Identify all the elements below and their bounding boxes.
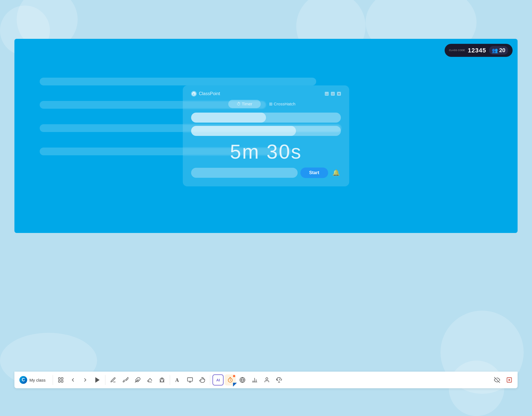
exit-button[interactable] <box>504 374 515 385</box>
svg-rect-3 <box>61 378 63 379</box>
ai-button[interactable]: AI <box>212 374 224 385</box>
bottom-toolbar: C My class <box>14 372 518 388</box>
participants-badge: 👥 20 <box>489 46 508 55</box>
pen-button[interactable] <box>108 374 119 385</box>
divider-4 <box>210 375 210 385</box>
minutes-slider-container <box>191 113 341 123</box>
play-button[interactable] <box>92 374 103 385</box>
eraser-button[interactable] <box>144 374 155 385</box>
slide-line-1 <box>40 78 316 85</box>
toolbar-class-name: My class <box>29 378 45 382</box>
svg-rect-12 <box>188 378 192 381</box>
shapes-button[interactable] <box>156 374 168 385</box>
bg-bubble-6 <box>449 361 504 416</box>
chart-button[interactable] <box>249 374 260 385</box>
class-code-number: 12345 <box>468 47 486 54</box>
toolbar-logo[interactable]: C My class <box>17 376 48 384</box>
text-button[interactable]: A <box>172 374 183 385</box>
hide-button[interactable] <box>492 374 503 385</box>
toolbar-right <box>492 374 515 385</box>
popup-window-controls[interactable]: — □ ✕ <box>325 92 341 96</box>
minutes-slider-fill <box>191 113 266 123</box>
logo-circle: C <box>19 376 27 384</box>
divider-3 <box>170 375 170 385</box>
close-button[interactable]: ✕ <box>337 92 341 96</box>
timer-active-indicator <box>233 375 235 377</box>
svg-text:A: A <box>175 377 179 383</box>
svg-rect-5 <box>61 381 63 382</box>
svg-point-23 <box>266 378 268 380</box>
main-container: class code 12345 👥 20 C Class <box>14 39 518 233</box>
svg-marker-6 <box>96 378 99 382</box>
timer-display: 5m 30s <box>191 140 341 163</box>
start-button[interactable]: Start <box>300 168 328 178</box>
popup-tabs: ⏱ Timer ⊞ CrossHatch <box>191 100 341 108</box>
svg-rect-2 <box>59 378 60 379</box>
start-row: Start 🔔 <box>191 168 341 178</box>
trophy-button[interactable] <box>273 374 285 385</box>
timer-popup: C ClassPoint — □ ✕ ⏱ Timer ⊞ CrossHatch <box>183 85 349 186</box>
tab-timer[interactable]: ⏱ Timer <box>228 100 261 108</box>
presentation-area: class code 12345 👥 20 C Class <box>14 39 518 233</box>
start-left-bar <box>191 168 298 178</box>
user-button[interactable] <box>261 374 272 385</box>
seconds-slider-fill <box>191 126 296 136</box>
class-code-label: class code <box>449 49 465 52</box>
bell-icon[interactable]: 🔔 <box>331 168 341 178</box>
maximize-button[interactable]: □ <box>331 92 335 96</box>
minutes-slider[interactable] <box>191 113 341 123</box>
popup-titlebar: C ClassPoint — □ ✕ <box>191 91 341 97</box>
popup-title-left: C ClassPoint <box>191 91 220 97</box>
participants-icon: 👥 <box>492 47 498 54</box>
svg-rect-4 <box>59 381 60 382</box>
back-button[interactable] <box>67 374 78 385</box>
drag-button[interactable] <box>197 374 208 385</box>
popup-app-title: ClassPoint <box>199 91 220 96</box>
popup-app-icon: C <box>191 91 197 97</box>
globe-button[interactable] <box>237 374 248 385</box>
grid-view-button[interactable] <box>55 374 66 385</box>
logo-letter: C <box>22 377 25 382</box>
participants-count: 20 <box>499 47 505 54</box>
whiteboard-button[interactable] <box>184 374 196 385</box>
tab-crosshatch[interactable]: ⊞ CrossHatch <box>261 100 304 108</box>
class-code-badge[interactable]: class code 12345 👥 20 <box>445 44 513 57</box>
minimize-button[interactable]: — <box>325 92 329 96</box>
highlight-pen-button[interactable] <box>132 374 143 385</box>
timer-button[interactable] <box>225 374 236 385</box>
divider-1 <box>53 375 53 385</box>
seconds-slider[interactable] <box>191 126 341 136</box>
class-code-label-group: class code <box>449 49 465 52</box>
forward-button[interactable] <box>80 374 91 385</box>
svg-text:C: C <box>193 93 195 95</box>
svg-point-9 <box>160 378 164 382</box>
divider-2 <box>105 375 105 385</box>
highlighter-button[interactable] <box>120 374 131 385</box>
svg-marker-16 <box>233 383 237 387</box>
ai-label: AI <box>216 378 220 382</box>
seconds-slider-container <box>191 126 341 136</box>
